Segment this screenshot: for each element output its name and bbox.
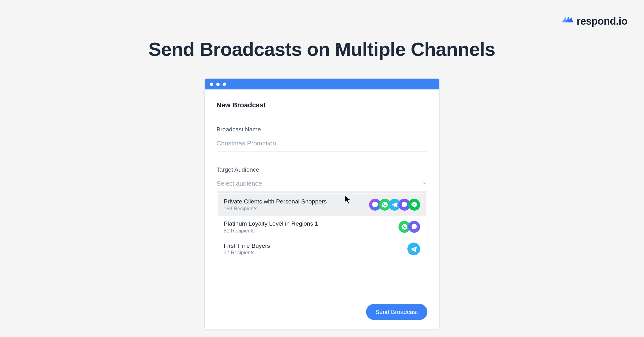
modal-title: New Broadcast	[216, 101, 427, 109]
target-audience-placeholder: Select audience	[216, 179, 262, 187]
channel-icon-group	[369, 199, 420, 211]
channel-icon-group	[407, 242, 420, 255]
audience-option-name: First Time Buyers	[224, 242, 270, 249]
line-icon	[408, 199, 420, 211]
audience-option-recipients: 153 Recipients	[224, 206, 327, 212]
window-control-minimize-icon[interactable]	[216, 82, 219, 86]
target-audience-label: Target Audience	[216, 166, 427, 173]
audience-option-recipients: 81 Recipients	[224, 228, 318, 234]
audience-option-name: Platinum Loyalty Level in Regions 1	[224, 220, 318, 227]
audience-option-recipients: 37 Recipients	[224, 250, 270, 256]
brand-logo-text: respond.io	[577, 15, 627, 27]
chevron-down-icon	[422, 179, 427, 187]
audience-option[interactable]: First Time Buyers37 Recipients	[218, 238, 426, 260]
window-control-close-icon[interactable]	[210, 82, 213, 86]
audience-option-name: Private Clients with Personal Shoppers	[224, 198, 327, 205]
telegram-icon	[407, 242, 420, 255]
broadcast-name-input[interactable]	[216, 137, 427, 151]
viber-icon	[408, 221, 420, 233]
window-control-zoom-icon[interactable]	[223, 82, 226, 86]
window-titlebar	[204, 79, 439, 89]
page-title: Send Broadcasts on Multiple Channels	[0, 38, 644, 61]
channel-icon-group	[398, 221, 420, 233]
brand-logo-mark-icon	[561, 15, 574, 27]
broadcast-name-label: Broadcast Name	[216, 126, 427, 133]
send-broadcast-button[interactable]: Send Broadcast	[366, 304, 427, 320]
target-audience-select[interactable]: Select audience	[216, 177, 427, 191]
brand-logo: respond.io	[561, 15, 627, 27]
audience-dropdown: Private Clients with Personal Shoppers15…	[216, 192, 427, 261]
audience-option[interactable]: Platinum Loyalty Level in Regions 181 Re…	[218, 216, 426, 238]
broadcast-window: New Broadcast Broadcast Name Target Audi…	[204, 78, 440, 330]
audience-option[interactable]: Private Clients with Personal Shoppers15…	[218, 193, 426, 216]
